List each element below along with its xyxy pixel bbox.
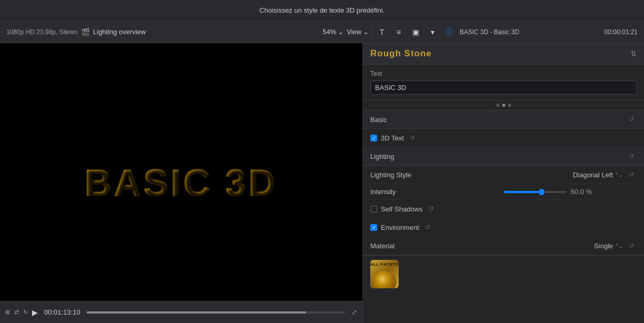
toolbar-center: 1080p HD 23.98p, Stereo 🎬 Lighting overv…: [6, 28, 369, 36]
list-icon: ≡: [397, 28, 401, 36]
intensity-value: 60.0 %: [571, 188, 592, 196]
toolbar-divider: [372, 27, 372, 37]
play-button[interactable]: ▶: [32, 308, 38, 317]
view-mode-button[interactable]: ⊞: [5, 309, 10, 316]
dot-1[interactable]: [496, 104, 500, 107]
basic-group-header: Basic ↺: [363, 110, 644, 129]
transport-bar: ⊞ ⇄ ↻ ▶ 00:01:13:10 ⤢: [0, 301, 362, 323]
text3d-reset-button[interactable]: ↺: [407, 133, 418, 143]
content-area: BASIC 3D ⊞ ⇄ ↻ ▶ 00:01:13:10 ⤢ Rough Sto…: [0, 43, 644, 323]
basic-group-label: Basic: [370, 116, 623, 124]
lighting-style-dropdown[interactable]: Diagonal Left ⌃⌄: [573, 171, 623, 179]
loop-button[interactable]: ↻: [23, 309, 28, 316]
zoom-value: 54%: [323, 28, 336, 36]
text3d-row: ✓ 3D Text ↺: [363, 129, 644, 147]
text-format-icon: T: [380, 28, 385, 36]
trim-button[interactable]: ⇄: [14, 309, 19, 316]
view-control[interactable]: View ⌄: [347, 28, 369, 36]
environment-reset-button[interactable]: ↺: [422, 222, 433, 233]
preview-panel: BASIC 3D ⊞ ⇄ ↻ ▶ 00:01:13:10 ⤢: [0, 43, 362, 323]
self-shadows-checkbox[interactable]: [370, 206, 377, 213]
intensity-slider-thumb[interactable]: [538, 189, 545, 195]
material-section: ALL FACETS: [363, 255, 644, 292]
intensity-slider-fill: [504, 191, 542, 193]
clapper-icon[interactable]: 🎬: [81, 28, 90, 36]
expand-button[interactable]: ⤢: [351, 308, 357, 316]
self-shadows-row: Self Shadows ↺: [363, 200, 644, 218]
text3d-checkbox[interactable]: ✓: [370, 135, 377, 142]
dot-2[interactable]: [502, 104, 505, 107]
lighting-group-label: Lighting: [370, 153, 623, 160]
material-thumbnail[interactable]: ALL FACETS: [370, 260, 399, 288]
basic-reset-button[interactable]: ↺: [626, 114, 637, 125]
intensity-slider-container: 60.0 %: [504, 188, 637, 196]
lighting-style-reset-button[interactable]: ↺: [626, 169, 637, 180]
environment-row: ✓ Environment ↺: [363, 218, 644, 237]
material-dropdown[interactable]: Single ⌃⌄: [594, 242, 623, 250]
info-button[interactable]: ⓘ: [443, 26, 455, 38]
zoom-chevron-icon: ⌄: [338, 28, 344, 36]
toolbar-right: T ≡ ▣ ▾ ⓘ BASIC 3D - Basic 3D 00:00:01:2…: [376, 26, 638, 38]
resolution-label: 1080p HD 23.98p, Stereo: [6, 28, 78, 36]
material-row: Material Single ⌃⌄ ↺: [363, 237, 644, 255]
list-button[interactable]: ≡: [392, 26, 405, 38]
text-format-button[interactable]: T: [376, 26, 388, 38]
info-icon: ⓘ: [445, 27, 453, 37]
text-input-field[interactable]: [370, 80, 637, 95]
lighting-style-arrow-icon: ⌃⌄: [615, 172, 623, 178]
lighting-style-row: Lighting Style Diagonal Left ⌃⌄ ↺: [363, 166, 644, 184]
lighting-reset-button[interactable]: ↺: [626, 151, 637, 162]
project-name: Lighting overview: [93, 28, 146, 36]
environment-label: Environment: [381, 224, 419, 231]
transport-timecode: 00:01:13:10: [44, 308, 80, 316]
lighting-style-label: Lighting Style: [370, 171, 573, 179]
film-icon: ▣: [412, 28, 419, 36]
preset-title: Rough Stone: [370, 48, 432, 59]
preset-title-header: Rough Stone ⇅: [363, 43, 644, 65]
tooltip-bar: Choisissez un style de texte 3D prédéfin…: [0, 0, 644, 21]
intensity-row: Intensity 60.0 %: [363, 184, 644, 200]
progress-bar[interactable]: [87, 311, 345, 314]
lighting-style-value: Diagonal Left: [573, 171, 613, 179]
timecode-display: 00:00:01:21: [605, 28, 638, 36]
filter-button[interactable]: ▾: [426, 26, 439, 38]
self-shadows-label: Self Shadows: [381, 205, 423, 213]
intensity-label: Intensity: [370, 188, 504, 196]
progress-fill: [87, 311, 306, 314]
preset-chevron-icon[interactable]: ⇅: [630, 49, 637, 58]
lighting-group-header: Lighting ↺: [363, 147, 644, 166]
pagination-dots: [363, 100, 644, 110]
view-label: View: [347, 28, 361, 36]
zoom-control[interactable]: 54% ⌄: [323, 28, 344, 36]
dot-3[interactable]: [508, 104, 511, 107]
material-value: Single: [594, 242, 613, 250]
self-shadows-wrapper: Self Shadows: [370, 205, 423, 213]
film-button[interactable]: ▣: [409, 26, 422, 38]
text-section-label: Text: [370, 70, 637, 77]
svg-point-0: [373, 271, 396, 288]
self-shadows-reset-button[interactable]: ↺: [426, 204, 437, 214]
text3d-checkbox-wrapper: ✓ 3D Text: [370, 134, 404, 142]
main-layout: 1080p HD 23.98p, Stereo 🎬 Lighting overv…: [0, 21, 644, 323]
environment-checkbox[interactable]: ✓: [370, 224, 377, 231]
preview-text: BASIC 3D: [85, 162, 278, 205]
text-property-section: Text: [363, 65, 644, 100]
filter-icon: ▾: [431, 28, 434, 36]
material-dropdown-arrow-icon: ⌃⌄: [615, 243, 623, 249]
clip-name: BASIC 3D - Basic 3D: [460, 28, 519, 36]
toolbar: 1080p HD 23.98p, Stereo 🎬 Lighting overv…: [0, 21, 644, 43]
view-chevron-icon: ⌄: [363, 28, 369, 36]
tooltip-text: Choisissez un style de texte 3D prédéfin…: [259, 6, 385, 14]
environment-wrapper: ✓ Environment: [370, 224, 419, 231]
material-thumbnail-label: ALL FACETS: [370, 262, 399, 267]
material-reset-button[interactable]: ↺: [626, 240, 637, 251]
right-panel: Rough Stone ⇅ Text Basic ↺: [362, 43, 644, 323]
intensity-slider-track[interactable]: [504, 191, 567, 193]
material-label: Material: [370, 242, 594, 250]
text3d-label: 3D Text: [381, 134, 404, 142]
